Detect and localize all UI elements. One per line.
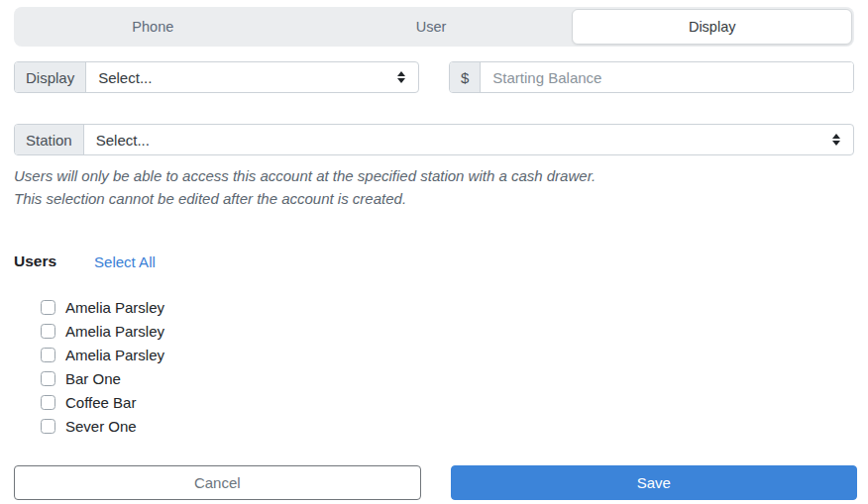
user-name-label: Amelia Parsley [65,299,164,316]
starting-balance-input[interactable] [481,62,853,92]
user-row[interactable]: Amelia Parsley [14,319,854,343]
tab-phone[interactable]: Phone [14,7,292,47]
user-checkbox[interactable] [41,324,55,339]
tab-bar: Phone User Display [14,7,854,47]
save-button[interactable]: Save [451,465,858,500]
user-checkbox[interactable] [41,395,55,410]
user-checkbox[interactable] [41,419,55,434]
user-checkbox[interactable] [41,348,55,362]
tab-label: Display [689,19,736,35]
station-select-group: Station Select... [14,124,854,155]
tab-label: User [416,19,447,35]
user-name-label: Bar One [65,370,121,387]
select-all-link[interactable]: Select All [94,253,156,270]
cancel-button[interactable]: Cancel [14,465,421,500]
tab-label: Phone [132,19,173,35]
action-buttons: Cancel Save [14,465,857,500]
display-select-value: Select... [98,69,397,86]
display-select[interactable]: Select... [86,62,418,92]
tab-display[interactable]: Display [572,9,852,45]
station-select-value: Select... [96,132,832,149]
user-row[interactable]: Coffee Bar [14,390,854,414]
user-name-label: Coffee Bar [65,394,136,411]
display-balance-row: Display Select... $ [14,61,854,93]
currency-prefix: $ [450,62,481,92]
user-row[interactable]: Amelia Parsley [14,343,854,366]
station-select-label: Station [15,125,84,154]
user-row[interactable]: Amelia Parsley [14,295,854,319]
select-arrows-icon [397,71,406,83]
user-name-label: Sever One [65,418,137,435]
user-name-label: Amelia Parsley [65,347,164,363]
tab-user[interactable]: User [292,7,571,47]
user-row[interactable]: Bar One [14,366,854,390]
user-checkbox[interactable] [41,371,55,386]
station-help-text: Users will only be able to access this a… [14,164,854,210]
station-row: Station Select... [14,124,854,155]
station-select[interactable]: Select... [84,125,853,154]
station-help-line-2: This selection cannot be edited after th… [14,187,854,210]
display-select-label: Display [15,62,86,92]
display-select-group: Display Select... [14,61,419,93]
user-row[interactable]: Sever One [14,414,854,438]
account-form-panel: Phone User Display Display Select... $ S… [0,7,868,504]
users-header: Users Select All [14,252,854,270]
starting-balance-group: $ [449,61,854,93]
user-name-label: Amelia Parsley [65,323,164,340]
user-list: Amelia Parsley Amelia Parsley Amelia Par… [14,295,854,438]
users-heading: Users [14,252,56,270]
station-help-line-1: Users will only be able to access this a… [14,164,854,187]
select-arrows-icon [832,134,841,146]
user-checkbox[interactable] [41,300,55,315]
